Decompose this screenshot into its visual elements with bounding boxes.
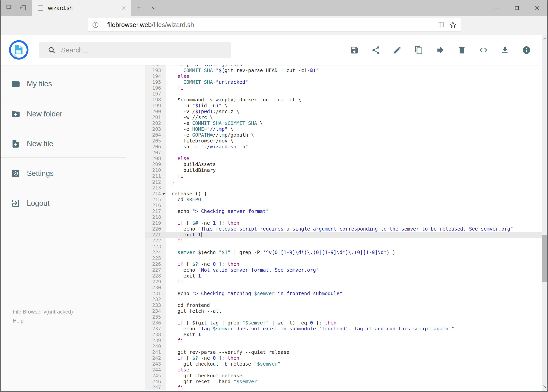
scroll-down-icon[interactable]: [542, 385, 548, 390]
code-line-207[interactable]: 207: [145, 150, 542, 156]
code-line-247[interactable]: 247 fi: [145, 385, 542, 391]
sidebar-item-new-file[interactable]: New file: [0, 136, 130, 152]
delete-button[interactable]: [458, 46, 466, 55]
code-line-216[interactable]: 216: [145, 203, 542, 208]
sidebar-item-new-folder[interactable]: New folder: [0, 106, 130, 122]
code-text: fi: [166, 338, 542, 343]
code-line-227[interactable]: 227 echo "Not valid semver format. See s…: [145, 267, 542, 273]
code-line-236[interactable]: 236 if [ $(git tag | grep "$semver" | wc…: [145, 320, 542, 326]
exit-icon: [11, 198, 20, 208]
close-window-button[interactable]: [527, 0, 548, 16]
filebrowser-logo[interactable]: [9, 40, 28, 60]
code-text: [166, 285, 542, 291]
code-line-235[interactable]: 235: [145, 314, 542, 320]
maximize-button[interactable]: [507, 0, 527, 16]
code-line-218[interactable]: 218: [145, 214, 542, 220]
new-tab-button[interactable]: [135, 4, 142, 11]
code-line-205[interactable]: 205 filebrowser/dev \: [145, 138, 542, 144]
code-editor[interactable]: 192 if [ -d ".git" ]; then193 COMMIT_SHA…: [145, 65, 542, 392]
code-text: echo "Tag $semver does not exist in subm…: [166, 326, 542, 332]
code-line-232[interactable]: 232: [145, 296, 542, 302]
share-button[interactable]: [371, 46, 380, 55]
code-line-196[interactable]: 196 fi: [145, 85, 542, 91]
code-line-194[interactable]: 194 else: [145, 73, 542, 79]
code-line-234[interactable]: 234 git fetch --all: [145, 308, 542, 314]
save-icon: [350, 46, 359, 55]
tab-close-icon[interactable]: [121, 5, 126, 11]
raw-button[interactable]: [479, 46, 488, 55]
code-line-225[interactable]: 225: [145, 255, 542, 261]
move-button[interactable]: [436, 46, 445, 55]
site-info-icon[interactable]: [92, 21, 99, 28]
code-line-241[interactable]: 241 git rev-parse --verify --quiet relea…: [145, 349, 542, 355]
code-line-240[interactable]: 240: [145, 343, 542, 349]
sidebar-item-my-files[interactable]: My files: [0, 76, 130, 91]
code-line-222[interactable]: 222 fi: [145, 238, 542, 244]
code-line-226[interactable]: 226 if [ $? -ne 0 ]; then: [145, 261, 542, 267]
code-line-219[interactable]: 219 if [ $# -ne 1 ]; then: [145, 220, 542, 226]
browser-tab[interactable]: wizard.sh: [32, 0, 131, 16]
code-line-195[interactable]: 195 COMMIT_SHA="untracked": [145, 79, 542, 85]
code-line-224[interactable]: 224 semver=$(echo "$1" | grep -P '^v(0|[…: [145, 250, 542, 255]
code-line-199[interactable]: 199 -u "$(id -u)" \: [145, 103, 542, 109]
reading-view-icon[interactable]: [437, 21, 445, 29]
code-line-244[interactable]: 244 else: [145, 367, 542, 373]
info-button[interactable]: [522, 46, 531, 55]
download-button[interactable]: [500, 46, 509, 55]
code-line-246[interactable]: 246 git reset --hard "$semver": [145, 379, 542, 385]
code-line-212[interactable]: 212}: [145, 179, 542, 185]
code-line-242[interactable]: 242 if [ $? -ne 0 ]; then: [145, 355, 542, 361]
search-input[interactable]: [61, 46, 210, 54]
favorite-star-icon[interactable]: [449, 21, 457, 29]
search-bar[interactable]: [39, 42, 231, 58]
code-line-200[interactable]: 200 -v /$(pwd):/src:z \: [145, 109, 542, 114]
code-line-239[interactable]: 239 fi: [145, 338, 542, 343]
set-tabs-aside-icon[interactable]: [19, 4, 27, 12]
code-line-228[interactable]: 228 exit 1: [145, 273, 542, 279]
code-line-203[interactable]: 203 -e HOME="//tmp" \: [145, 126, 542, 132]
address-bar[interactable]: filebrowser.web/files/wizard.sh: [88, 18, 461, 32]
code-line-192[interactable]: 192 if [ -d ".git" ]; then: [145, 65, 542, 68]
code-line-208[interactable]: 208 else: [145, 156, 542, 161]
code-line-238[interactable]: 238 exit 1: [145, 332, 542, 338]
scroll-up-icon[interactable]: [542, 36, 548, 42]
code-line-230[interactable]: 230: [145, 285, 542, 291]
rename-button[interactable]: [393, 46, 402, 55]
code-line-221[interactable]: 221 exit 1: [145, 232, 542, 238]
code-line-245[interactable]: 245 git checkout release: [145, 373, 542, 379]
copy-button[interactable]: [414, 46, 423, 55]
sidebar-item-logout[interactable]: Logout: [0, 195, 130, 211]
code-line-209[interactable]: 209 buildAssets: [145, 161, 542, 167]
code-line-197[interactable]: 197: [145, 91, 542, 97]
minimize-button[interactable]: [486, 0, 507, 16]
scrollbar[interactable]: [542, 35, 548, 392]
code-line-237[interactable]: 237 echo "Tag $semver does not exist in …: [145, 326, 542, 332]
code-line-210[interactable]: 210 buildBinary: [145, 167, 542, 173]
code-line-193[interactable]: 193 COMMIT_SHA="$(git rev-parse HEAD | c…: [145, 68, 542, 73]
line-number: 192: [145, 65, 166, 68]
code-line-217[interactable]: 217 echo "> Checking semver format": [145, 208, 542, 214]
sidebar-item-settings[interactable]: Settings: [0, 166, 130, 181]
code-line-243[interactable]: 243 git checkout -b release "$semver": [145, 361, 542, 367]
code-line-223[interactable]: 223: [145, 244, 542, 250]
code-line-220[interactable]: 220 echo "This release script requires a…: [145, 226, 542, 232]
save-button[interactable]: [350, 46, 359, 55]
code-line-215[interactable]: 215 cd $REPO: [145, 197, 542, 203]
code-line-204[interactable]: 204 -e GOPATH=//tmp/gopath \: [145, 132, 542, 138]
tab-preview-icon[interactable]: [6, 4, 13, 12]
code-line-206[interactable]: 206 sh -c "./wizard.sh -b": [145, 144, 542, 150]
tab-list-chevron-icon[interactable]: [151, 5, 157, 11]
code-line-231[interactable]: 231 echo "> Checking matching $semver in…: [145, 291, 542, 296]
fold-arrow-icon[interactable]: [162, 193, 165, 195]
help-link[interactable]: Help: [13, 318, 24, 324]
code-line-202[interactable]: 202 -e COMMIT_SHA=$COMMIT_SHA \: [145, 120, 542, 126]
code-line-229[interactable]: 229 fi: [145, 279, 542, 285]
code-line-211[interactable]: 211 fi: [145, 173, 542, 179]
code-line-201[interactable]: 201 -w //src \: [145, 114, 542, 120]
tab-strip-corner: [0, 0, 32, 16]
scrollbar-thumb[interactable]: [542, 235, 548, 282]
code-line-198[interactable]: 198 $(command -v winpty) docker run --rm…: [145, 97, 542, 103]
code-line-213[interactable]: 213: [145, 185, 542, 191]
code-line-214[interactable]: 214release () {: [145, 191, 542, 197]
code-line-233[interactable]: 233 cd frontend: [145, 302, 542, 308]
